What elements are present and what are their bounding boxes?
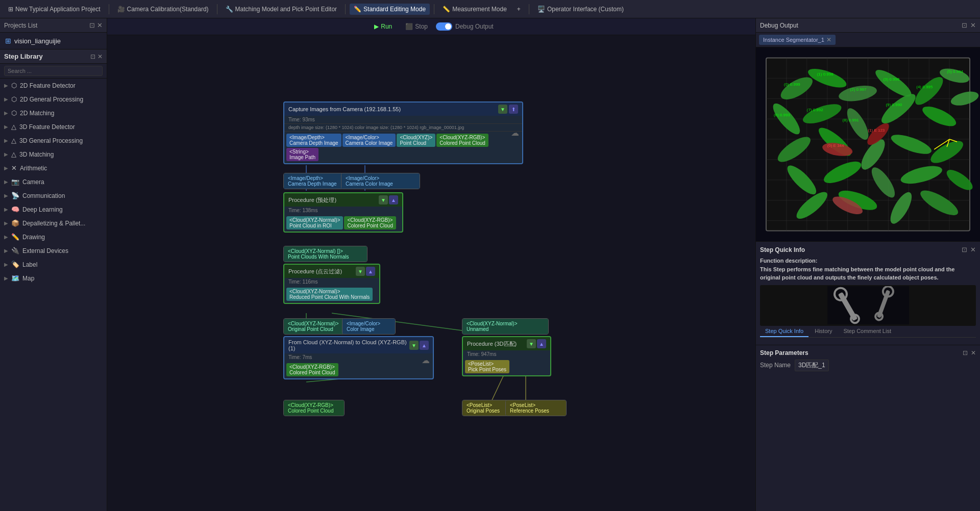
projects-panel-header: Projects List ⊡ ✕ (0, 18, 107, 33)
proc3-title: Procedure (3D匹配) (467, 340, 517, 348)
color-image2-node[interactable]: <Image/Color>Color Image (342, 318, 396, 335)
step-category-3d-feature-detector[interactable]: ▶△3D Feature Detector (0, 120, 107, 134)
proc3-port-picks[interactable]: <PoseList>Pick Point Poses (465, 360, 509, 373)
proc1-node[interactable]: Procedure (预处理) ▼ ▲ Time: 138ms <Cloud(X… (283, 192, 403, 233)
tab-plus[interactable]: + (513, 4, 525, 15)
unnamed-header: <Cloud(XYZ-Normal)>Unnamed (462, 319, 548, 334)
proc2-port-reduced[interactable]: <Cloud(XYZ-Normal)>Reduced Point Cloud W… (286, 288, 373, 301)
stop-button[interactable]: ⬛ Stop (405, 23, 428, 30)
projects-expand-icon[interactable]: ⊡ (89, 21, 95, 29)
tab-measurement[interactable]: 📏 Measurement Mode (438, 4, 511, 15)
debug-tab-close-icon[interactable]: ✕ (826, 36, 831, 43)
step-category-2d-matching[interactable]: ▶⬡2D Matching (0, 106, 107, 120)
proc2-btn-down[interactable]: ▼ (356, 267, 365, 276)
capture-port-color[interactable]: <Image/Color>Camera Color Image (342, 134, 396, 147)
step-library-close-icon[interactable]: ✕ (97, 53, 103, 60)
flow-canvas[interactable]: Capture Images from Camera (192.168.1.55… (107, 35, 755, 506)
projects-title: Projects List (4, 22, 37, 29)
project-item[interactable]: ⊞ vision_lianguijie (0, 33, 107, 49)
step-category-3d-matching[interactable]: ▶△3D Matching (0, 147, 107, 161)
run-icon: ▶ (374, 23, 379, 30)
tab-operator-interface[interactable]: 🖥️ Operator Interface (Custom) (533, 4, 628, 15)
sqi-tab-comment[interactable]: Step Comment List (838, 326, 896, 337)
capture-port-cloud[interactable]: <Cloud(XYZ)>Point Cloud (397, 134, 435, 147)
tab-camera-calibration[interactable]: 🎥 Camera Calibration(Standard) (113, 4, 213, 15)
step-category-communication[interactable]: ▶📡Communication (0, 189, 107, 202)
svg-text:(1) E 123: (1) E 123 (868, 128, 885, 133)
step-params-close-icon[interactable]: ✕ (971, 349, 976, 356)
proc2-btn-up[interactable]: ▲ (366, 267, 375, 276)
svg-text:(9) 0.990: (9) 0.990 (886, 103, 902, 107)
step-category-2d-general-processing[interactable]: ▶⬡2D General Processing (0, 92, 107, 106)
colored-pc-bottom-node[interactable]: <Cloud(XYZ-RGB)>Colored Point Cloud (283, 400, 345, 416)
step-quick-info-close-icon[interactable]: ✕ (970, 246, 976, 253)
convert-node[interactable]: From Cloud (XYZ-Normal) to Cloud (XYZ-RG… (283, 336, 434, 379)
step-library-header: Step Library ⊡ ✕ (0, 49, 107, 64)
convert-btn-down[interactable]: ▼ (409, 341, 419, 350)
stop-icon: ⬛ (405, 23, 413, 30)
tab-standard-editing[interactable]: ✏️ Standard Editing Mode (350, 4, 430, 15)
tab-matching-model[interactable]: 🔧 Matching Model and Pick Point Editor (222, 4, 341, 15)
step-params-controls: ⊡ ✕ (963, 349, 976, 356)
proc3-btn-up[interactable]: ▲ (537, 339, 546, 348)
debug-toggle-switch[interactable] (436, 22, 452, 31)
debug-toggle[interactable]: Debug Output (436, 22, 494, 31)
capture-btn-down[interactable]: ▼ (498, 105, 507, 114)
proc3-btn-down[interactable]: ▼ (527, 339, 536, 348)
colored-pc-bottom-header: <Cloud(XYZ-RGB)>Colored Point Cloud (284, 400, 344, 416)
capture-title: Capture Images from Camera (192.168.1.55… (288, 106, 401, 112)
capture-port-image-path[interactable]: <String>Image Path (286, 148, 318, 161)
sqi-tab-history[interactable]: History (810, 326, 837, 337)
step-name-value: 3D匹配_1 (795, 360, 829, 371)
unnamed-node[interactable]: <Cloud(XYZ-Normal)>Unnamed (462, 318, 549, 335)
capture-btn-upload[interactable]: ⬆ (509, 105, 518, 114)
proc1-btn-up[interactable]: ▲ (389, 195, 398, 205)
pc-normals-node[interactable]: <Cloud(XYZ-Normal) []>Point Clouds With … (283, 246, 368, 262)
separator3 (345, 4, 346, 14)
step-category-map[interactable]: ▶🗺️Map (0, 271, 107, 285)
debug-panel: Debug Output ⊡ ✕ Instance Segmentator_1 … (755, 18, 980, 511)
convert-cloud-icon: ☁ (422, 355, 430, 365)
step-category-depalletizing--pallet[interactable]: ▶📦Depalletizing & Pallet... (0, 216, 107, 230)
proc2-node[interactable]: Procedure (点云过滤) ▼ ▲ Time: 116ms <Cloud(… (283, 264, 380, 304)
svg-text:(6) 0.993: (6) 0.993 (774, 113, 790, 117)
convert-port-colored[interactable]: <Cloud(XYZ-RGB)>Colored Point Cloud (286, 363, 338, 376)
capture-node-header: Capture Images from Camera (192.168.1.55… (284, 103, 522, 116)
app-title[interactable]: ⊞ New Typical Application Project (4, 4, 105, 15)
projects-close-icon[interactable]: ✕ (97, 21, 103, 29)
canvas-area[interactable]: ▶ Run ⬛ Stop Debug Output (107, 18, 755, 511)
debug-tab-label: Instance Segmentator_1 (763, 37, 824, 43)
debug-expand-icon[interactable]: ⊡ (962, 21, 967, 29)
proc1-port-roi[interactable]: <Cloud(XYZ-Normal)>Point Cloud in ROI (286, 216, 343, 229)
step-search-input[interactable] (4, 66, 103, 76)
step-quick-info-expand-icon[interactable]: ⊡ (962, 246, 967, 253)
debug-close-icon[interactable]: ✕ (970, 21, 976, 29)
convert-btn-up[interactable]: ▲ (420, 341, 429, 350)
sqi-tab-quick-info[interactable]: Step Quick Info (760, 326, 808, 337)
projects-icons: ⊡ ✕ (89, 21, 103, 29)
step-category-3d-general-processing[interactable]: ▶△3D General Processing (0, 134, 107, 147)
step-category-external-devices[interactable]: ▶🔌External Devices (0, 244, 107, 258)
step-category-drawing[interactable]: ▶✏️Drawing (0, 230, 107, 244)
separator2 (217, 4, 217, 14)
capture-node[interactable]: Capture Images from Camera (192.168.1.55… (283, 101, 523, 164)
proc3-node[interactable]: Procedure (3D匹配) ▼ ▲ Time: 947ms <PoseLi… (462, 336, 551, 376)
debug-tab-instance[interactable]: Instance Segmentator_1 ✕ (759, 35, 836, 45)
step-category-deep-learning[interactable]: ▶🧠Deep Learning (0, 202, 107, 216)
step-library-expand-icon[interactable]: ⊡ (90, 53, 95, 60)
step-category-label[interactable]: ▶🏷️Label (0, 258, 107, 271)
proc1-btn-down[interactable]: ▼ (379, 195, 388, 205)
proc1-time: Time: 138ms (284, 207, 402, 214)
proc1-port-colored[interactable]: <Cloud(XYZ-RGB)>Colored Point Cloud (344, 216, 396, 229)
capture-port-colored-cloud[interactable]: <Cloud(XYZ-RGB)>Colored Point Cloud (436, 134, 488, 147)
capture-port-depth[interactable]: <Image/Depth>Camera Depth Image (286, 134, 341, 147)
separator4 (434, 4, 434, 14)
step-library-icons: ⊡ ✕ (90, 53, 103, 60)
reference-poses-node[interactable]: <PoseList>Reference Poses (505, 400, 567, 416)
step-category-arithmetic[interactable]: ▶✕Arithmetic (0, 161, 107, 175)
color-image-node[interactable]: <Image/Color>Camera Color Image (341, 173, 420, 189)
step-category-2d-feature-detector[interactable]: ▶⬡2D Feature Detector (0, 79, 107, 92)
step-params-expand-icon[interactable]: ⊡ (963, 349, 968, 356)
run-button[interactable]: ▶ Run (369, 21, 397, 32)
step-category-camera[interactable]: ▶📷Camera (0, 175, 107, 189)
